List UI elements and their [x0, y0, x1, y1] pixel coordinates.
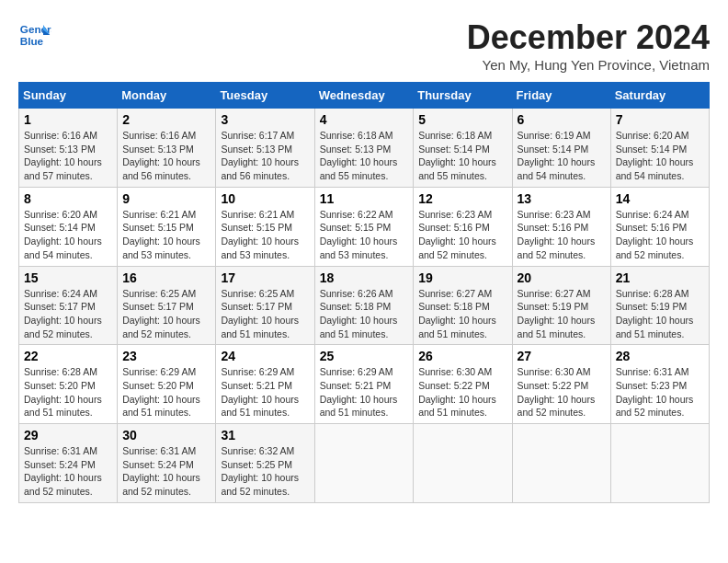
day-info: Sunrise: 6:26 AM Sunset: 5:18 PM Dayligh…	[320, 287, 409, 341]
calendar-cell: 1 Sunrise: 6:16 AM Sunset: 5:13 PM Dayli…	[19, 109, 118, 188]
day-info: Sunrise: 6:18 AM Sunset: 5:14 PM Dayligh…	[418, 129, 506, 183]
weekday-header-monday: Monday	[118, 83, 216, 109]
weekday-header-wednesday: Wednesday	[314, 83, 414, 109]
day-number: 21	[616, 270, 704, 285]
calendar-cell: 18 Sunrise: 6:26 AM Sunset: 5:18 PM Dayl…	[314, 266, 414, 345]
day-number: 8	[24, 191, 112, 206]
title-block: December 2024 Yen My, Hung Yen Province,…	[467, 18, 710, 73]
day-info: Sunrise: 6:16 AM Sunset: 5:13 PM Dayligh…	[122, 129, 210, 183]
month-title: December 2024	[467, 18, 710, 57]
calendar-cell: 13 Sunrise: 6:23 AM Sunset: 5:16 PM Dayl…	[512, 187, 610, 266]
day-number: 18	[320, 270, 409, 285]
weekday-header-tuesday: Tuesday	[216, 83, 314, 109]
day-info: Sunrise: 6:32 AM Sunset: 5:25 PM Dayligh…	[221, 444, 309, 499]
calendar-cell: 25 Sunrise: 6:29 AM Sunset: 5:21 PM Dayl…	[314, 345, 414, 424]
day-info: Sunrise: 6:23 AM Sunset: 5:16 PM Dayligh…	[518, 208, 606, 262]
day-number: 19	[418, 270, 506, 285]
day-number: 28	[616, 349, 704, 363]
weekday-header-friday: Friday	[512, 83, 610, 109]
day-info: Sunrise: 6:31 AM Sunset: 5:24 PM Dayligh…	[122, 444, 210, 499]
calendar-cell: 30 Sunrise: 6:31 AM Sunset: 5:24 PM Dayl…	[118, 424, 216, 503]
calendar-cell	[512, 424, 610, 503]
day-info: Sunrise: 6:21 AM Sunset: 5:15 PM Dayligh…	[122, 208, 210, 262]
logo: General Blue	[18, 18, 51, 52]
week-row-5: 29 Sunrise: 6:31 AM Sunset: 5:24 PM Dayl…	[19, 424, 710, 503]
calendar-cell: 17 Sunrise: 6:25 AM Sunset: 5:17 PM Dayl…	[216, 266, 314, 345]
day-info: Sunrise: 6:24 AM Sunset: 5:16 PM Dayligh…	[616, 208, 704, 262]
day-info: Sunrise: 6:16 AM Sunset: 5:13 PM Dayligh…	[24, 129, 112, 183]
day-number: 31	[221, 428, 309, 442]
day-number: 10	[221, 191, 309, 206]
calendar-cell: 16 Sunrise: 6:25 AM Sunset: 5:17 PM Dayl…	[118, 266, 216, 345]
calendar-cell: 7 Sunrise: 6:20 AM Sunset: 5:14 PM Dayli…	[610, 109, 709, 188]
calendar-cell: 12 Sunrise: 6:23 AM Sunset: 5:16 PM Dayl…	[414, 187, 512, 266]
calendar-cell: 23 Sunrise: 6:29 AM Sunset: 5:20 PM Dayl…	[118, 345, 216, 424]
week-row-2: 8 Sunrise: 6:20 AM Sunset: 5:14 PM Dayli…	[19, 187, 710, 266]
day-info: Sunrise: 6:29 AM Sunset: 5:21 PM Dayligh…	[320, 365, 409, 419]
day-info: Sunrise: 6:24 AM Sunset: 5:17 PM Dayligh…	[24, 287, 112, 341]
day-number: 5	[418, 112, 506, 127]
week-row-1: 1 Sunrise: 6:16 AM Sunset: 5:13 PM Dayli…	[19, 109, 710, 188]
calendar-cell: 14 Sunrise: 6:24 AM Sunset: 5:16 PM Dayl…	[610, 187, 709, 266]
calendar-cell: 11 Sunrise: 6:22 AM Sunset: 5:15 PM Dayl…	[314, 187, 414, 266]
day-info: Sunrise: 6:25 AM Sunset: 5:17 PM Dayligh…	[221, 287, 309, 341]
day-info: Sunrise: 6:28 AM Sunset: 5:19 PM Dayligh…	[616, 287, 704, 341]
calendar-cell: 22 Sunrise: 6:28 AM Sunset: 5:20 PM Dayl…	[19, 345, 118, 424]
day-info: Sunrise: 6:30 AM Sunset: 5:22 PM Dayligh…	[518, 365, 606, 419]
calendar-cell: 27 Sunrise: 6:30 AM Sunset: 5:22 PM Dayl…	[512, 345, 610, 424]
day-number: 9	[122, 191, 210, 206]
calendar-cell: 9 Sunrise: 6:21 AM Sunset: 5:15 PM Dayli…	[118, 187, 216, 266]
day-info: Sunrise: 6:31 AM Sunset: 5:23 PM Dayligh…	[616, 365, 704, 419]
day-number: 22	[24, 349, 112, 363]
page-header: General Blue December 2024 Yen My, Hung …	[18, 18, 710, 73]
day-info: Sunrise: 6:30 AM Sunset: 5:22 PM Dayligh…	[418, 365, 506, 419]
calendar-cell: 3 Sunrise: 6:17 AM Sunset: 5:13 PM Dayli…	[216, 109, 314, 188]
calendar-cell: 19 Sunrise: 6:27 AM Sunset: 5:18 PM Dayl…	[414, 266, 512, 345]
day-number: 6	[518, 112, 606, 127]
day-number: 29	[24, 428, 112, 442]
day-info: Sunrise: 6:27 AM Sunset: 5:18 PM Dayligh…	[418, 287, 506, 341]
calendar-cell	[314, 424, 414, 503]
day-number: 17	[221, 270, 309, 285]
location: Yen My, Hung Yen Province, Vietnam	[467, 57, 710, 73]
weekday-header-saturday: Saturday	[610, 83, 709, 109]
day-number: 12	[418, 191, 506, 206]
calendar-cell: 28 Sunrise: 6:31 AM Sunset: 5:23 PM Dayl…	[610, 345, 709, 424]
calendar-cell: 8 Sunrise: 6:20 AM Sunset: 5:14 PM Dayli…	[19, 187, 118, 266]
day-number: 16	[122, 270, 210, 285]
calendar-cell: 29 Sunrise: 6:31 AM Sunset: 5:24 PM Dayl…	[19, 424, 118, 503]
weekday-header-row: SundayMondayTuesdayWednesdayThursdayFrid…	[19, 83, 710, 109]
weekday-header-sunday: Sunday	[19, 83, 118, 109]
day-number: 13	[518, 191, 606, 206]
day-number: 27	[518, 349, 606, 363]
day-number: 25	[320, 349, 409, 363]
day-number: 30	[122, 428, 210, 442]
day-info: Sunrise: 6:22 AM Sunset: 5:15 PM Dayligh…	[320, 208, 409, 262]
logo-icon: General Blue	[18, 18, 51, 52]
calendar-cell: 24 Sunrise: 6:29 AM Sunset: 5:21 PM Dayl…	[216, 345, 314, 424]
calendar-cell	[414, 424, 512, 503]
calendar-cell: 26 Sunrise: 6:30 AM Sunset: 5:22 PM Dayl…	[414, 345, 512, 424]
day-number: 3	[221, 112, 309, 127]
calendar-cell: 31 Sunrise: 6:32 AM Sunset: 5:25 PM Dayl…	[216, 424, 314, 503]
day-number: 15	[24, 270, 112, 285]
calendar-cell: 5 Sunrise: 6:18 AM Sunset: 5:14 PM Dayli…	[414, 109, 512, 188]
day-info: Sunrise: 6:20 AM Sunset: 5:14 PM Dayligh…	[24, 208, 112, 262]
day-info: Sunrise: 6:17 AM Sunset: 5:13 PM Dayligh…	[221, 129, 309, 183]
calendar-table: SundayMondayTuesdayWednesdayThursdayFrid…	[18, 82, 710, 503]
day-info: Sunrise: 6:31 AM Sunset: 5:24 PM Dayligh…	[24, 444, 112, 499]
calendar-cell: 6 Sunrise: 6:19 AM Sunset: 5:14 PM Dayli…	[512, 109, 610, 188]
week-row-4: 22 Sunrise: 6:28 AM Sunset: 5:20 PM Dayl…	[19, 345, 710, 424]
day-info: Sunrise: 6:29 AM Sunset: 5:20 PM Dayligh…	[122, 365, 210, 419]
svg-text:Blue: Blue	[20, 35, 44, 47]
calendar-cell: 15 Sunrise: 6:24 AM Sunset: 5:17 PM Dayl…	[19, 266, 118, 345]
day-number: 24	[221, 349, 309, 363]
day-info: Sunrise: 6:18 AM Sunset: 5:13 PM Dayligh…	[320, 129, 409, 183]
day-info: Sunrise: 6:19 AM Sunset: 5:14 PM Dayligh…	[518, 129, 606, 183]
day-number: 23	[122, 349, 210, 363]
day-number: 7	[616, 112, 704, 127]
day-number: 14	[616, 191, 704, 206]
day-info: Sunrise: 6:20 AM Sunset: 5:14 PM Dayligh…	[616, 129, 704, 183]
day-info: Sunrise: 6:27 AM Sunset: 5:19 PM Dayligh…	[518, 287, 606, 341]
weekday-header-thursday: Thursday	[414, 83, 512, 109]
